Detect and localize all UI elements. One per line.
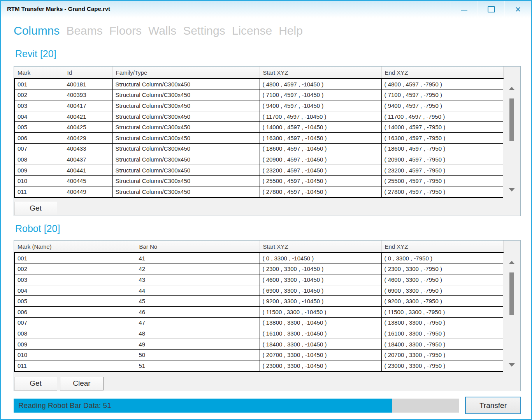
table-cell: ( 4600 , 3300 , -10450 ) [260,274,381,285]
table-cell: ( 23200 , 4597 , -7950 ) [381,165,503,176]
robot-section: Mark (Name)Bar NoStart XYZEnd XYZ 00141(… [14,240,521,391]
close-icon: ✕ [515,6,521,13]
robot-get-button[interactable]: Get [14,377,57,390]
table-cell: ( 14000 , 4597 , -10450 ) [260,122,381,133]
minimize-button[interactable] [451,1,478,18]
table-row[interactable]: 011400449Structural Column/C300x450( 278… [14,186,503,197]
table-cell: ( 16100 , 3300 , -10450 ) [260,328,381,339]
table-cell: 47 [136,317,260,328]
table-cell: 007 [14,143,64,154]
table-row[interactable]: 01151( 23000 , 3300 , -10450 )( 23000 , … [14,360,503,371]
column-header[interactable]: Mark (Name) [14,241,136,253]
column-header[interactable]: Start XYZ [260,67,381,79]
table-row[interactable]: 00242( 2300 , 3300 , -10450 )( 2300 , 33… [14,264,503,274]
tab-beams[interactable]: Beams [66,24,102,37]
table-cell: 400181 [64,79,112,90]
table-row[interactable]: 00949( 18400 , 3300 , -10450 )( 18400 , … [14,339,503,350]
tab-license[interactable]: License [232,24,272,37]
table-cell: ( 27800 , 4597 , -10450 ) [260,186,381,197]
table-row[interactable]: 00848( 16100 , 3300 , -10450 )( 16100 , … [14,328,503,339]
table-cell: 48 [136,328,260,339]
revit-section-label: Revit [20] [15,48,56,60]
table-row[interactable]: 006400429Structural Column/C300x450( 163… [14,132,503,143]
table-cell: Structural Column/C300x450 [112,90,260,100]
table-cell: 005 [14,122,64,133]
table-row[interactable]: 01050( 20700 , 3300 , -10450 )( 20700 , … [14,350,503,360]
table-row[interactable]: 001400181Structural Column/C300x450( 480… [14,79,503,90]
table-cell: ( 9200 , 3300 , -10450 ) [260,296,381,307]
table-row[interactable]: 00343( 4600 , 3300 , -10450 )( 4600 , 33… [14,274,503,285]
table-cell: 45 [136,296,260,307]
table-cell: 46 [136,306,260,317]
table-cell: ( 9200 , 3300 , -7950 ) [381,296,503,307]
table-cell: ( 16300 , 4597 , -10450 ) [260,132,381,143]
table-cell: ( 23000 , 3300 , -10450 ) [260,360,381,371]
table-row[interactable]: 008400437Structural Column/C300x450( 209… [14,154,503,165]
robot-scrollbar-track[interactable] [503,253,520,391]
revit-scroll-down-icon[interactable] [509,188,515,192]
column-header[interactable]: Family/Type [112,67,260,79]
revit-scroll-up-icon[interactable] [509,87,515,90]
revit-scrollbar-track[interactable] [503,79,520,216]
table-row[interactable]: 00444( 6900 , 3300 , -10450 )( 6900 , 33… [14,285,503,296]
column-header[interactable]: Bar No [136,241,260,253]
transfer-button[interactable]: Transfer [465,397,521,414]
robot-scroll-thumb[interactable] [509,272,514,315]
table-row[interactable]: 009400441Structural Column/C300x450( 232… [14,165,503,176]
table-cell: 004 [14,285,136,296]
table-cell: 001 [14,253,136,264]
table-row[interactable]: 005400425Structural Column/C300x450( 140… [14,122,503,133]
table-cell: 010 [14,350,136,360]
table-cell: 44 [136,285,260,296]
window-title: RTM Transfer Marks - Grand Cape.rvt [7,5,110,12]
table-cell: ( 27800 , 4597 , -7950 ) [381,186,503,197]
table-row[interactable]: 00141( 0 , 3300 , -10450 )( 0 , 3300 , -… [14,253,503,264]
tab-walls[interactable]: Walls [148,24,176,37]
close-button[interactable]: ✕ [504,1,531,18]
table-cell: ( 18400 , 3300 , -7950 ) [381,339,503,350]
column-header[interactable]: Start XYZ [260,241,381,253]
table-cell: Structural Column/C300x450 [112,111,260,122]
table-row[interactable]: 002400393Structural Column/C300x450( 710… [14,90,503,100]
table-cell: ( 11700 , 4597 , -10450 ) [260,111,381,122]
table-cell: 003 [14,274,136,285]
table-cell: 003 [14,100,64,111]
table-row[interactable]: 004400421Structural Column/C300x450( 117… [14,111,503,122]
table-row[interactable]: 00747( 13800 , 3300 , -10450 )( 13800 , … [14,317,503,328]
column-header[interactable]: Mark [14,67,64,79]
table-cell: 005 [14,296,136,307]
robot-scroll-up-icon[interactable] [509,261,515,264]
tab-floors[interactable]: Floors [109,24,142,37]
revit-scroll-thumb[interactable] [509,98,514,141]
table-cell: ( 16300 , 4597 , -7950 ) [381,132,503,143]
table-cell: 006 [14,306,136,317]
revit-table: MarkIdFamily/TypeStart XYZEnd XYZ 001400… [14,67,504,198]
table-cell: 400449 [64,186,112,197]
table-cell: Structural Column/C300x450 [112,100,260,111]
column-header[interactable]: Id [64,67,112,79]
table-row[interactable]: 010400445Structural Column/C300x450( 255… [14,176,503,186]
table-cell: 006 [14,132,64,143]
table-cell: ( 4600 , 3300 , -7950 ) [381,274,503,285]
table-cell: 002 [14,264,136,274]
table-row[interactable]: 00545( 9200 , 3300 , -10450 )( 9200 , 33… [14,296,503,307]
tab-settings[interactable]: Settings [183,24,225,37]
table-cell: 41 [136,253,260,264]
maximize-button[interactable] [478,1,504,18]
revit-get-button[interactable]: Get [14,202,57,215]
table-cell: 004 [14,111,64,122]
column-header[interactable]: End XYZ [381,241,503,253]
tab-columns[interactable]: Columns [14,24,60,37]
table-cell: Structural Column/C300x450 [112,154,260,165]
table-row[interactable]: 00646( 11500 , 3300 , -10450 )( 11500 , … [14,306,503,317]
table-row[interactable]: 003400417Structural Column/C300x450( 940… [14,100,503,111]
table-cell: 400429 [64,132,112,143]
robot-scroll-down-icon[interactable] [509,363,515,367]
table-cell: ( 23200 , 4597 , -10450 ) [260,165,381,176]
column-header[interactable]: End XYZ [381,67,503,79]
window-controls: ✕ [451,1,531,18]
table-row[interactable]: 007400433Structural Column/C300x450( 186… [14,143,503,154]
robot-clear-button[interactable]: Clear [60,377,104,390]
table-cell: 400425 [64,122,112,133]
tab-help[interactable]: Help [279,24,303,37]
